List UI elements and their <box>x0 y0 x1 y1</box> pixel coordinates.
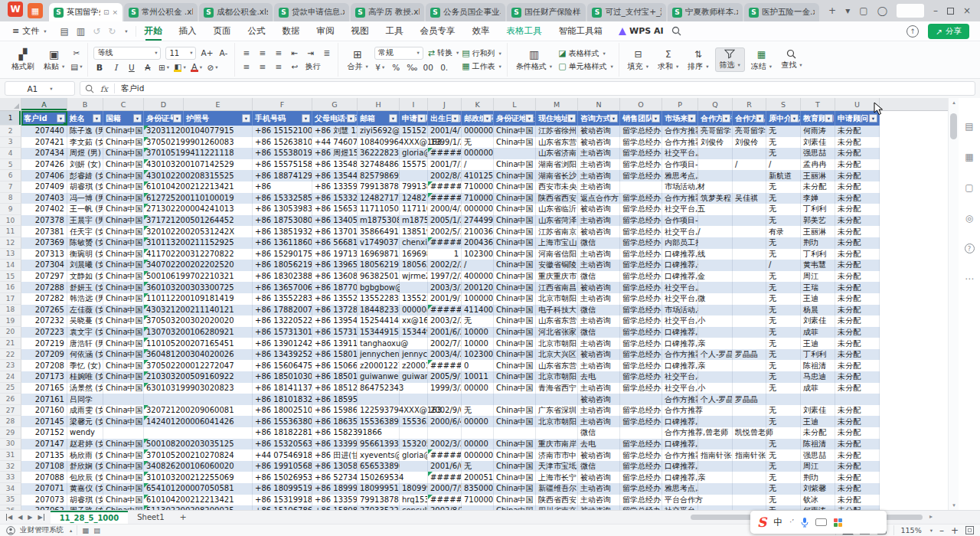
cell-R28[interactable] <box>733 416 766 427</box>
cell-A7[interactable]: 207409 <box>21 181 67 193</box>
align-top-icon[interactable]: ≡ <box>240 47 252 59</box>
cell-A23[interactable]: 207208 <box>21 360 67 371</box>
cell-S18[interactable]: 无 <box>766 305 801 316</box>
col-header-M[interactable]: M <box>536 98 578 111</box>
filter-header-cell-G1[interactable]: 父母电话号码▾ <box>312 111 358 126</box>
cell-O9[interactable]: 留学总经办 <box>620 204 662 215</box>
wps-ai-button[interactable]: WPS AI <box>611 26 671 36</box>
cell-N21[interactable]: 主动咨询 <box>578 338 620 349</box>
row-header-2[interactable]: 2 <box>0 126 21 137</box>
cell-U31[interactable]: 未分配 <box>835 449 880 461</box>
cell-M29[interactable] <box>536 427 578 439</box>
cell-U4[interactable]: 未分配 <box>835 148 880 159</box>
first-sheet-icon[interactable]: ◀ <box>6 514 12 521</box>
menu-tab-11[interactable]: 表格工具 <box>498 22 550 40</box>
cell-P28[interactable]: 口碑推荐,亲 <box>662 416 698 427</box>
filter-dropdown-button[interactable]: ▾ <box>173 114 181 123</box>
filter-header-cell-F1[interactable]: 手机号码▾ <box>253 111 312 126</box>
cell-U13[interactable]: 未分配 <box>835 249 880 260</box>
add-sheet-button[interactable]: + <box>174 512 193 522</box>
cell-N10[interactable]: 主动咨询 <box>578 215 620 227</box>
row-header-25[interactable]: 25 <box>0 383 21 394</box>
cell-U2[interactable]: 未分配 <box>835 126 880 137</box>
row-header-7[interactable]: 7 <box>0 181 21 193</box>
cell-O21[interactable]: 留学总经办 <box>620 338 662 349</box>
sidebar-icon-2[interactable]: ▦ <box>965 152 973 162</box>
cell-D20[interactable]: 130703200106280921 <box>144 327 253 338</box>
cell-M5[interactable]: 湖南省浏阳 <box>536 159 578 171</box>
cell-R7[interactable] <box>733 181 766 193</box>
menu-tab-4[interactable]: 公式 <box>240 22 274 40</box>
cell-O30[interactable]: 留学总经办 <box>620 439 662 450</box>
col-header-C[interactable]: C <box>103 98 144 111</box>
cell-H31[interactable]: xyevents@ <box>358 449 400 461</box>
cell-P3[interactable]: 合作方推荐 <box>662 137 698 149</box>
cell-U21[interactable]: 未分配 <box>835 338 880 349</box>
cell-P23[interactable]: 口碑推荐,亲 <box>662 360 698 371</box>
cell-N16[interactable]: 被动咨询 <box>578 282 620 293</box>
cell-S26[interactable] <box>766 394 801 405</box>
zoom-caret-icon[interactable]: ▾ <box>930 528 933 534</box>
save-icon[interactable]: ▤ <box>60 26 68 37</box>
cell-R27[interactable] <box>733 405 766 417</box>
filter-dropdown-button[interactable]: ▾ <box>133 114 142 123</box>
col-header-L[interactable]: L <box>494 98 536 111</box>
cell-M15[interactable]: 重庆重庆市 <box>536 271 578 283</box>
row-header-27[interactable]: 27 <box>0 405 21 417</box>
row-header-6[interactable]: 6 <box>0 170 21 181</box>
cell-G10[interactable]: +86 1340540988 <box>312 215 358 227</box>
cell-Q30[interactable] <box>698 439 733 450</box>
cell-M8[interactable]: 陕西省西安 <box>536 193 578 204</box>
cell-O20[interactable]: 留学总经办 <box>620 327 662 338</box>
row-header-32[interactable]: 32 <box>0 461 21 472</box>
cell-I23[interactable]: z20001227 <box>400 360 428 371</box>
cell-I15[interactable]: wjrme221 <box>400 271 428 283</box>
cell-F5[interactable]: +86 15575158 <box>253 159 312 171</box>
cell-O3[interactable]: 留学总经办 <box>620 137 662 149</box>
cell-I29[interactable] <box>400 427 428 439</box>
cell-K9[interactable]: 000000 <box>462 204 494 215</box>
cell-M9[interactable]: 山东省临沂 <box>536 204 578 215</box>
cell-D7[interactable]: 610104200212213421 <box>144 181 253 193</box>
ime-punctuation-icon[interactable]: ·’ <box>789 518 794 526</box>
cell-T28[interactable]: 王迪 <box>801 416 835 427</box>
cell-O22[interactable]: 留学总经办 <box>620 349 662 361</box>
cell-O10[interactable]: 留学总经办 <box>620 215 662 227</box>
cell-M31[interactable]: 济南市市中 <box>536 449 578 461</box>
cell-L29[interactable] <box>494 427 536 439</box>
cell-L4[interactable] <box>494 148 536 159</box>
cell-O8[interactable]: 留学总经办 <box>620 193 662 204</box>
cell-O28[interactable]: 留学总经办 <box>620 416 662 427</box>
cell-G26[interactable]: +86 1859518772 <box>312 394 358 405</box>
cell-U14[interactable]: 未分配 <box>835 260 880 271</box>
cell-H35[interactable]: 799138782 <box>358 495 400 506</box>
cell-S29[interactable] <box>766 427 801 439</box>
cell-M4[interactable]: 山东省济南 <box>536 148 578 159</box>
cell-A14[interactable]: 207304 <box>21 260 67 271</box>
cell-F2[interactable]: +86 15152100 <box>253 126 312 137</box>
cell-G14[interactable]: +86 1396522100 <box>312 260 358 271</box>
cell-C8[interactable]: China中国 <box>103 193 144 204</box>
cell-A20[interactable]: 207223 <box>21 327 67 338</box>
cell-P16[interactable]: 社交平台,/ <box>662 282 698 293</box>
cell-G32[interactable]: +86 1305852968 <box>312 461 358 472</box>
cell-F11[interactable]: +86 13851932 <box>253 226 312 237</box>
cell-S17[interactable]: 无 <box>766 293 801 305</box>
close-button[interactable]: × <box>963 6 971 15</box>
cell-A32[interactable]: 207108 <box>21 461 67 472</box>
cell-D17[interactable]: 110112200109181419 <box>144 293 253 305</box>
cell-M13[interactable]: 河南省信阳 <box>536 249 578 260</box>
cell-R29[interactable]: 凯悦曾老师 <box>733 427 766 439</box>
cell-B6[interactable]: 彭睿婧 (女 <box>67 170 103 181</box>
cell-P10[interactable]: 合作项目- <box>662 215 698 227</box>
cell-B13[interactable]: 衡琬明 (女 <box>67 249 103 260</box>
cell-M11[interactable]: 江苏省南京 <box>536 226 578 237</box>
cell-N25[interactable]: 主动咨询 <box>578 383 620 394</box>
decrease-font-button[interactable]: A- <box>217 47 229 59</box>
cell-N17[interactable]: 主动咨询 <box>578 293 620 305</box>
cell-Q34[interactable] <box>698 483 733 495</box>
cell-C12[interactable]: China中国 <box>103 237 144 249</box>
find-button[interactable]: 查找▾ <box>778 49 805 70</box>
sort-button[interactable]: ⇅ 排序▾ <box>684 48 711 72</box>
filter-header-cell-N1[interactable]: 咨询方式▾ <box>578 111 620 126</box>
